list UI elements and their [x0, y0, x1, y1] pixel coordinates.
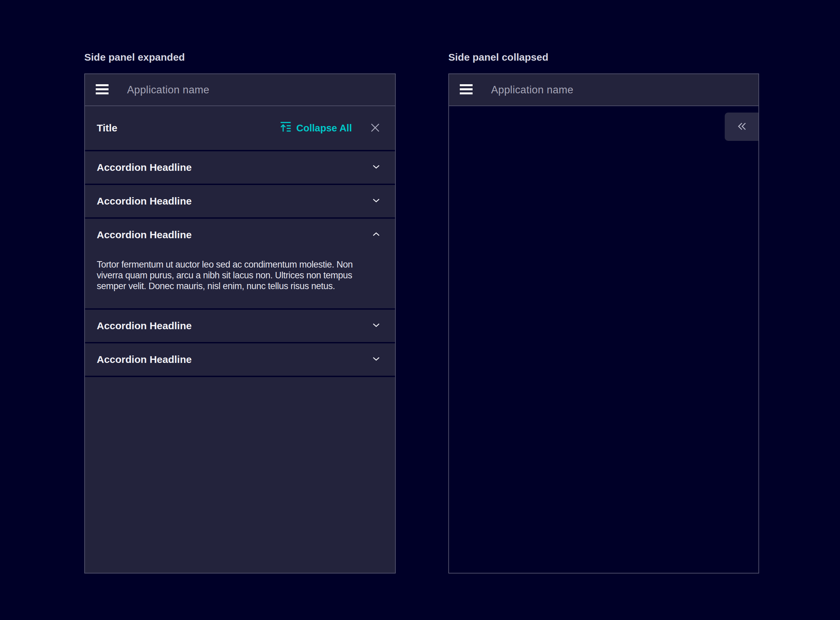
- accordion-label: Accordion Headline: [97, 196, 192, 207]
- collapsed-panel-body: [449, 106, 759, 573]
- chevron-down-icon: [371, 354, 382, 366]
- panel-filler: [85, 377, 395, 573]
- double-chevron-left-icon: [735, 119, 749, 134]
- accordion-header[interactable]: Accordion Headline: [85, 343, 395, 376]
- app-title: Application name: [127, 84, 209, 96]
- accordion-item-expanded: Accordion Headline Tortor fermentum ut a…: [85, 219, 395, 308]
- collapse-all-icon: [280, 121, 292, 135]
- chevron-up-icon: [371, 229, 382, 241]
- burger-menu-icon: [460, 84, 473, 96]
- side-panel-expanded-section: Side panel expanded Application name Tit…: [84, 51, 396, 573]
- accordion-header[interactable]: Accordion Headline: [85, 151, 395, 184]
- app-title: Application name: [491, 84, 574, 96]
- panel-title: Title: [97, 122, 117, 134]
- close-icon: [369, 121, 382, 135]
- menu-button[interactable]: [96, 84, 108, 96]
- accordion-label: Accordion Headline: [97, 162, 192, 173]
- accordion-label: Accordion Headline: [97, 229, 192, 241]
- menu-button[interactable]: [460, 84, 473, 96]
- side-panel-collapsed: Application name: [448, 74, 759, 573]
- accordion-header[interactable]: Accordion Headline: [85, 219, 395, 251]
- panel-collapse-button[interactable]: [725, 113, 759, 141]
- side-panel-collapsed-section: Side panel collapsed Application name: [448, 51, 759, 573]
- chevron-down-icon: [371, 320, 382, 332]
- collapse-all-label: Collapse All: [296, 123, 352, 134]
- side-panel-expanded: Application name Title Collapse All: [84, 74, 396, 573]
- app-header: Application name: [85, 74, 395, 106]
- accordion-label: Accordion Headline: [97, 320, 192, 331]
- section-label: Side panel collapsed: [448, 51, 759, 63]
- close-button[interactable]: [369, 121, 382, 135]
- chevron-down-icon: [371, 161, 382, 173]
- accordion-header[interactable]: Accordion Headline: [85, 310, 395, 342]
- app-header: Application name: [449, 74, 759, 106]
- accordion-header[interactable]: Accordion Headline: [85, 185, 395, 217]
- collapse-all-button[interactable]: Collapse All: [280, 121, 352, 135]
- section-label: Side panel expanded: [84, 51, 396, 63]
- accordion-body: Tortor fermentum ut auctor leo sed ac co…: [85, 251, 395, 308]
- panel-title-row: Title Collapse All: [85, 106, 395, 150]
- burger-menu-icon: [96, 84, 108, 96]
- accordion-label: Accordion Headline: [97, 354, 192, 365]
- chevron-down-icon: [371, 195, 382, 207]
